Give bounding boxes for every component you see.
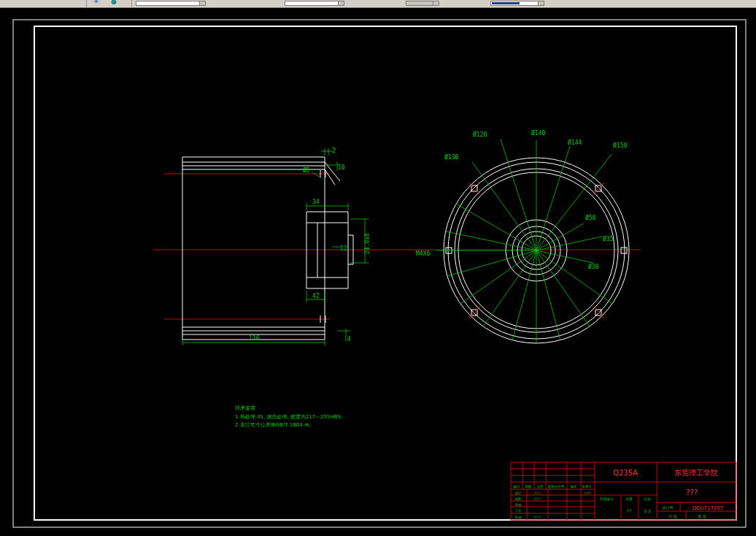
- side-view-dimensions: 116 34 24.0x0 2 10 Ø5 12 42: [182, 148, 371, 345]
- tech-req-line1: 1.热处理 45, 调质处理, 硬度为217～255HBS;: [235, 414, 342, 420]
- cad-window: ✳ ●: [0, 0, 756, 536]
- layer-combo[interactable]: [285, 1, 344, 6]
- chevron-down-icon: [538, 1, 544, 5]
- dim-4: 4: [347, 336, 351, 342]
- toolbar-separator: [131, 0, 132, 7]
- label-date: 年月日: [582, 485, 592, 489]
- label-stage: 阶段标记: [601, 497, 614, 502]
- bolt-hole: [621, 248, 627, 253]
- value-sign-1: ????: [533, 491, 541, 495]
- tech-req-line2: 2.未注尺寸公差按GB/T 1804-m。: [235, 421, 315, 428]
- label-mark: 标记: [513, 484, 521, 489]
- dim-24x0: 24.0x0: [364, 233, 371, 254]
- drawing-number: DGUT17207: [693, 505, 723, 511]
- star-icon[interactable]: ✳: [93, 0, 99, 5]
- lineweight-combo[interactable]: [406, 1, 439, 6]
- label-design: 设计: [515, 491, 522, 495]
- label-check: 审核: [515, 503, 522, 507]
- dim-dia35: Ø35: [603, 235, 614, 242]
- dim-dia30: Ø30: [588, 263, 599, 270]
- style-combo[interactable]: [136, 1, 206, 6]
- school-name: 东莞理工学院: [674, 469, 718, 477]
- drawing-frame: [13, 20, 746, 527]
- value-date-1: ????: [584, 491, 591, 495]
- dim-dia5: Ø5: [303, 166, 310, 174]
- dim-42: 42: [312, 293, 320, 299]
- label-scale: 比例: [644, 497, 652, 502]
- color-swatch: [492, 2, 520, 4]
- label-sheet-total: 共 张: [668, 514, 677, 519]
- dim-10: 10: [338, 164, 345, 171]
- dim-12: 12: [340, 245, 347, 252]
- label-change-file: 更改文件号: [548, 484, 565, 489]
- sphere-icon[interactable]: ●: [111, 0, 117, 5]
- material-label: Q235A: [613, 469, 638, 477]
- dim-116: 116: [249, 335, 260, 342]
- toolbar-separator: [86, 0, 87, 7]
- dim-34: 34: [312, 199, 320, 205]
- tech-requirements: 技术要求 1.热处理 45, 调质处理, 硬度为217～255HBS; 2.未注…: [234, 405, 342, 428]
- scale-value: 1:1: [644, 508, 651, 513]
- dim-2: 2: [332, 148, 336, 154]
- value-sign-2: ????: [533, 497, 541, 501]
- label-process: 工艺: [515, 508, 522, 513]
- label-approve: 批准: [514, 516, 522, 519]
- label-draft: 制图: [515, 497, 522, 501]
- drawing-canvas[interactable]: 116 34 24.0x0 2 10 Ø5 12 42: [0, 7, 756, 536]
- title-block: Q235A 东莞理工学院 ??? DGUT17207 标记 处数 分区 更改文件…: [511, 462, 736, 520]
- dim-dia140: Ø140: [531, 129, 545, 137]
- dim-dia150: Ø150: [613, 142, 627, 149]
- chevron-down-icon: [199, 1, 205, 5]
- value-sign-3: ????: [533, 516, 541, 519]
- dim-dia130: Ø130: [444, 153, 458, 161]
- part-name: ???: [686, 489, 698, 497]
- label-zone: 分区: [537, 484, 544, 489]
- dim-m4x6: M4X6: [416, 250, 430, 257]
- tech-req-title: 技术要求: [234, 405, 255, 411]
- color-combo[interactable]: [490, 1, 544, 6]
- chevron-down-icon: [433, 1, 439, 5]
- label-design-no: 设计号: [662, 505, 674, 510]
- dim-dia144: Ø144: [568, 139, 582, 146]
- centerlines: [153, 174, 641, 319]
- chevron-down-icon: [338, 1, 344, 5]
- front-view: [436, 139, 629, 343]
- label-sign: 签名: [571, 485, 577, 489]
- dim-dia120: Ø120: [473, 131, 487, 138]
- side-view: [182, 157, 353, 340]
- dim-dia50: Ø50: [585, 214, 596, 221]
- label-count: 处数: [525, 484, 533, 489]
- weight-value: ??: [627, 508, 631, 513]
- label-sheet-no: 第 张: [698, 514, 706, 519]
- label-weight: 质量: [626, 497, 633, 501]
